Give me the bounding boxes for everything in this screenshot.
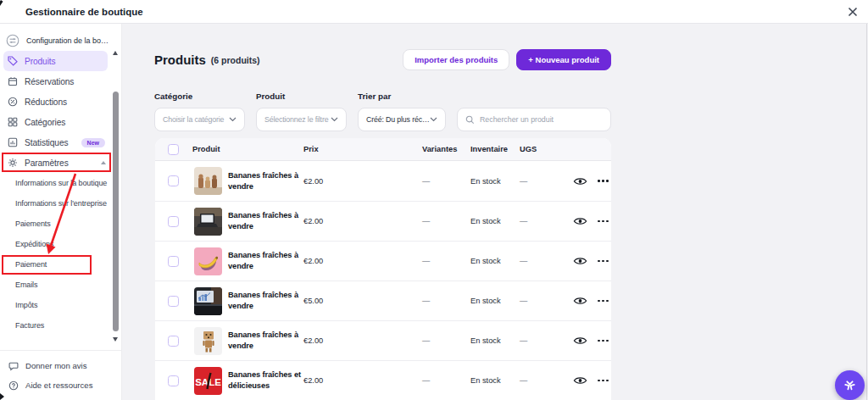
row-menu-icon[interactable] — [598, 297, 609, 305]
product-inventory: En stock — [470, 217, 520, 225]
view-icon[interactable] — [573, 256, 587, 266]
sidebar-subitem-paiements[interactable]: Paiements — [0, 214, 121, 234]
row-checkbox[interactable] — [168, 256, 179, 267]
product-name: Bananes fraîches à vendre — [228, 210, 303, 232]
column-header: Prix — [303, 145, 422, 153]
sidebar-item-statistiques[interactable]: Statistiques New — [0, 132, 121, 153]
table-header-row: Produit Prix Variantes Inventaire UGS — [155, 138, 611, 161]
category-filter-label: Catégorie — [154, 92, 245, 103]
table-row: Bananes fraîches à vendre €2.00 — En sto… — [155, 201, 611, 241]
store-config-header[interactable]: Configuration de la boutique... — [6, 31, 121, 51]
column-header: Variantes — [422, 145, 470, 153]
chat-launcher-icon — [842, 377, 858, 393]
topbar: Gestionnaire de boutique — [0, 0, 868, 24]
product-sku: — — [520, 336, 570, 345]
product-sku: — — [520, 376, 570, 385]
view-icon[interactable] — [573, 375, 587, 386]
product-filter-label: Produit — [256, 92, 347, 103]
scroll-up-icon[interactable] — [113, 51, 118, 55]
sidebar-subitem-infos-boutique[interactable]: Informations sur la boutique — [0, 173, 121, 193]
gear-icon — [8, 158, 18, 168]
product-inventory: En stock — [470, 297, 520, 305]
sidebar-item-categories[interactable]: Catégories — [0, 112, 121, 132]
main-panel: Produits (6 produits) Importer des produ… — [121, 24, 868, 400]
product-variants: — — [422, 257, 470, 265]
help-link[interactable]: Aide et ressources — [0, 375, 121, 395]
view-icon[interactable] — [573, 176, 587, 186]
close-icon[interactable] — [847, 6, 859, 18]
product-image — [194, 208, 222, 236]
sidebar-subitem-expeditions[interactable]: Expéditions — [0, 234, 121, 254]
sidebar-subitem-impots[interactable]: Impôts — [0, 295, 121, 315]
category-dropdown[interactable]: Choisir la catégorie — [154, 108, 245, 131]
sidebar-footer: Donner mon avis Aide et ressources — [0, 356, 121, 395]
sidebar: Configuration de la boutique... Produits — [0, 24, 121, 400]
column-header: Produit — [192, 145, 303, 153]
screen-artifact — [0, 393, 4, 400]
sidebar-subitem-infos-entreprise[interactable]: Informations sur l'entreprise — [0, 193, 121, 214]
sidebar-subitem-emails[interactable]: Emails — [0, 275, 121, 295]
product-name: Bananes fraîches à vendre — [228, 290, 303, 312]
chevron-down-icon — [229, 117, 236, 122]
product-price: €2.00 — [303, 376, 422, 385]
sidebar-scrollbar[interactable] — [112, 51, 120, 346]
product-filter-dropdown[interactable]: Sélectionnez le filtre — [256, 108, 347, 131]
product-image — [194, 327, 222, 355]
search-field[interactable] — [457, 108, 611, 131]
product-variants: — — [422, 376, 470, 385]
sidebar-item-label: Catégories — [25, 118, 65, 127]
app-title: Gestionnaire de boutique — [25, 7, 143, 17]
sidebar-item-reservations[interactable]: Réservations — [0, 71, 121, 92]
row-checkbox[interactable] — [168, 216, 179, 227]
new-product-button[interactable]: + Nouveau produit — [516, 49, 611, 70]
chat-launcher-button[interactable] — [835, 370, 865, 400]
row-checkbox[interactable] — [168, 296, 179, 307]
column-header: UGS — [520, 145, 570, 153]
row-menu-icon[interactable] — [598, 377, 609, 385]
sidebar-nav: Produits Réservations Ré — [0, 51, 121, 336]
product-price: €5.00 — [303, 297, 422, 305]
row-menu-icon[interactable] — [598, 337, 609, 345]
chevron-down-icon — [331, 117, 338, 122]
row-checkbox[interactable] — [168, 336, 179, 347]
sidebar-item-reductions[interactable]: Réductions — [0, 92, 121, 112]
sidebar-item-parametres[interactable]: Paramètres — [0, 153, 121, 173]
sidebar-item-label: Produits — [25, 57, 56, 66]
product-price: €2.00 — [303, 177, 422, 186]
page-title: Produits — [154, 53, 206, 67]
window-edge — [866, 24, 867, 400]
help-icon — [8, 381, 19, 391]
product-sku: — — [520, 257, 570, 265]
import-products-button[interactable]: Importer des produits — [403, 49, 509, 70]
feedback-link[interactable]: Donner mon avis — [0, 356, 121, 375]
discount-icon — [8, 97, 18, 107]
collapse-caret-icon[interactable] — [101, 161, 106, 164]
sort-dropdown[interactable]: Créé: Du plus récent... — [358, 108, 446, 131]
view-icon[interactable] — [573, 336, 587, 346]
view-icon[interactable] — [573, 296, 587, 306]
product-name: Bananes fraîches à vendre — [228, 250, 303, 272]
product-name: Bananes fraîches à vendre — [228, 170, 303, 192]
grid-icon — [8, 117, 18, 127]
row-checkbox[interactable] — [168, 175, 179, 186]
row-menu-icon[interactable] — [598, 177, 609, 185]
product-variants: — — [422, 336, 470, 345]
sidebar-subitem-paiement[interactable]: Paiement — [0, 254, 121, 275]
row-checkbox[interactable] — [168, 375, 179, 386]
search-icon — [465, 115, 475, 125]
row-menu-icon[interactable] — [598, 218, 609, 225]
view-icon[interactable] — [573, 216, 587, 226]
sidebar-subitem-factures[interactable]: Factures — [0, 315, 121, 336]
product-inventory: En stock — [470, 336, 520, 345]
sidebar-divider — [0, 350, 121, 351]
sidebar-item-label: Réservations — [25, 77, 74, 86]
row-menu-icon[interactable] — [598, 258, 609, 265]
search-input[interactable] — [480, 115, 603, 124]
sort-label: Trier par — [358, 92, 446, 103]
select-all-checkbox[interactable] — [168, 144, 179, 155]
product-price: €2.00 — [303, 336, 422, 345]
scroll-down-icon[interactable] — [113, 337, 118, 342]
scrollbar-thumb[interactable] — [113, 92, 119, 331]
product-price: €2.00 — [303, 257, 422, 265]
sidebar-item-produits[interactable]: Produits — [3, 51, 108, 71]
